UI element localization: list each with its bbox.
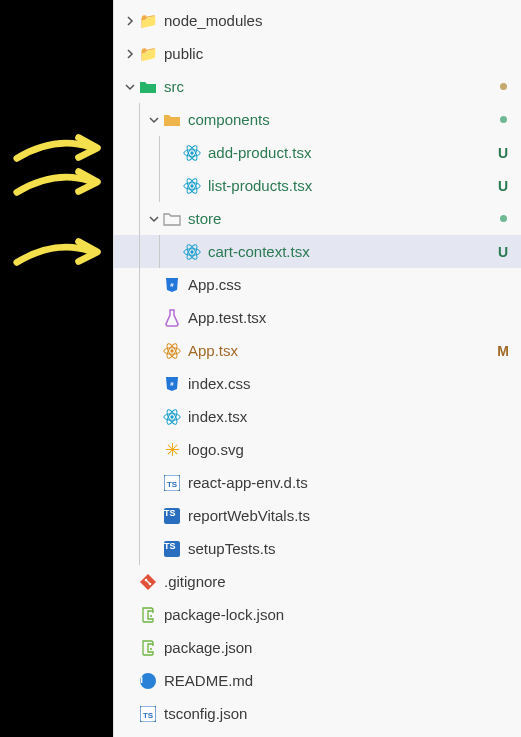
git-status-dot [500,116,507,123]
folder-src-icon [138,77,158,97]
tree-item-label: setupTests.ts [188,540,513,557]
git-status-badge: U [493,145,513,161]
tree-item-cart-context[interactable]: cart-context.tsxU [114,235,521,268]
tree-item-package[interactable]: package.json [114,631,521,664]
git-icon [138,572,158,592]
annotation-arrow [12,162,107,200]
css-icon: # [162,374,182,394]
react-icon [162,407,182,427]
tree-item-index.css[interactable]: #index.css [114,367,521,400]
tree-item-label: react-app-env.d.ts [188,474,513,491]
git-status-badge: M [493,343,513,359]
git-status-badge: U [493,178,513,194]
npm-icon [138,605,158,625]
tree-item-label: node_modules [164,12,513,29]
svg-point-0 [190,151,193,154]
tree-item-list-products[interactable]: list-products.tsxU [114,169,521,202]
tree-item-public[interactable]: 📁public [114,37,521,70]
svg-icon: ✳ [162,440,182,460]
tree-item-store[interactable]: store [114,202,521,235]
folder-pub-icon: 📁 [138,44,158,64]
chevron-right-icon[interactable] [122,16,138,26]
tree-item-label: .gitignore [164,573,513,590]
tree-item-label: reportWebVitals.ts [188,507,513,524]
chevron-down-icon[interactable] [146,115,162,125]
annotation-arrow [12,128,107,166]
tree-item-label: App.test.tsx [188,309,513,326]
tree-item-react-app-env[interactable]: TSreact-app-env.d.ts [114,466,521,499]
svg-text:TS: TS [167,480,178,489]
tree-item-App.test[interactable]: App.test.tsx [114,301,521,334]
react-icon [182,176,202,196]
svg-point-18 [170,415,173,418]
chevron-right-icon[interactable] [122,49,138,59]
tree-item-App.tsx[interactable]: App.tsxM [114,334,521,367]
tree-item-node_modules[interactable]: 📁node_modules [114,4,521,37]
tsfill-icon: TS [162,506,182,526]
annotation-column [0,0,113,737]
tree-item-reportWebVitals[interactable]: TSreportWebVitals.ts [114,499,521,532]
tree-item-label: add-product.tsx [208,144,493,161]
tree-item-tsconfig[interactable]: TStsconfig.json [114,697,521,730]
file-explorer-tree[interactable]: 📁node_modules📁publicsrccomponentsadd-pro… [113,0,521,737]
tree-item-readme[interactable]: iREADME.md [114,664,521,697]
npm-icon [138,638,158,658]
chevron-down-icon[interactable] [146,214,162,224]
tree-item-label: cart-context.tsx [208,243,493,260]
folder-plain-icon [162,209,182,229]
tree-item-logo.svg[interactable]: ✳logo.svg [114,433,521,466]
react-orange-icon [162,341,182,361]
git-status-dot [500,83,507,90]
ts-icon: TS [138,704,158,724]
folder-comp-icon [162,110,182,130]
info-icon: i [138,671,158,691]
svg-point-13 [170,349,173,352]
tree-item-label: package-lock.json [164,606,513,623]
svg-point-27 [150,615,152,617]
tree-item-label: public [164,45,513,62]
svg-point-4 [190,184,193,187]
annotation-arrow [12,232,107,270]
tree-item-App.css[interactable]: #App.css [114,268,521,301]
git-status-dot [500,215,507,222]
react-icon [182,242,202,262]
tree-item-label: list-products.tsx [208,177,493,194]
tree-item-gitignore[interactable]: .gitignore [114,565,521,598]
tree-item-label: package.json [164,639,513,656]
tree-item-label: store [188,210,494,227]
tree-item-label: index.css [188,375,513,392]
folder-node-icon: 📁 [138,11,158,31]
tree-item-label: logo.svg [188,441,513,458]
tree-item-components[interactable]: components [114,103,521,136]
react-icon [182,143,202,163]
ts-icon: TS [162,473,182,493]
svg-point-28 [150,648,152,650]
tree-item-label: components [188,111,494,128]
tree-item-add-product[interactable]: add-product.tsxU [114,136,521,169]
css-icon: # [162,275,182,295]
tree-item-label: index.tsx [188,408,513,425]
tree-item-label: App.tsx [188,342,493,359]
chevron-down-icon[interactable] [122,82,138,92]
tree-item-label: README.md [164,672,513,689]
tree-item-setupTests[interactable]: TSsetupTests.ts [114,532,521,565]
tree-item-label: App.css [188,276,513,293]
tree-item-label: src [164,78,494,95]
tsfill-icon: TS [162,539,182,559]
git-status-badge: U [493,244,513,260]
tree-item-index.tsx[interactable]: index.tsx [114,400,521,433]
svg-point-8 [190,250,193,253]
tree-item-package-lock[interactable]: package-lock.json [114,598,521,631]
tree-item-label: tsconfig.json [164,705,513,722]
tree-item-src[interactable]: src [114,70,521,103]
svg-text:TS: TS [143,711,154,720]
flask-icon [162,308,182,328]
